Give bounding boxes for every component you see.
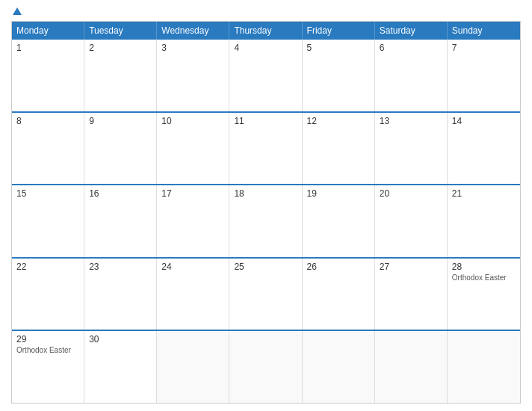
weekday-header-sunday: Sunday <box>448 22 520 40</box>
calendar-cell: 26 <box>303 259 375 330</box>
day-number: 26 <box>307 262 370 272</box>
day-number: 22 <box>16 262 79 272</box>
calendar-cell <box>157 331 229 403</box>
calendar-cell <box>229 331 302 403</box>
calendar-body: 1234567891011121314151617181920212223242… <box>12 40 520 403</box>
weekday-header-friday: Friday <box>303 22 375 40</box>
calendar-cell: 11 <box>229 113 302 185</box>
day-number: 27 <box>380 262 442 272</box>
calendar-cell: 22 <box>12 259 84 330</box>
day-number: 2 <box>89 43 152 53</box>
calendar-week-2: 891011121314 <box>12 111 520 185</box>
calendar-cell: 21 <box>448 185 520 257</box>
weekday-header-saturday: Saturday <box>375 22 448 40</box>
day-number: 15 <box>16 188 79 199</box>
calendar-cell: 2 <box>84 40 157 111</box>
calendar-header: MondayTuesdayWednesdayThursdayFridaySatu… <box>12 22 520 40</box>
event-label: Orthodox Easter <box>16 346 79 354</box>
day-number: 23 <box>89 262 152 272</box>
calendar-cell: 15 <box>12 185 84 257</box>
calendar-cell: 6 <box>375 40 448 111</box>
calendar-cell: 28Orthodox Easter <box>448 259 520 330</box>
logo <box>11 7 22 15</box>
calendar-cell: 23 <box>84 259 157 330</box>
calendar-cell: 14 <box>448 113 520 185</box>
calendar-week-1: 1234567 <box>12 40 520 111</box>
day-number: 12 <box>307 116 370 126</box>
day-number: 19 <box>307 188 370 199</box>
day-number: 17 <box>161 188 224 199</box>
day-number: 6 <box>380 43 442 53</box>
day-number: 11 <box>234 116 297 126</box>
day-number: 1 <box>16 43 79 53</box>
calendar-cell: 30 <box>84 331 157 403</box>
calendar-grid: MondayTuesdayWednesdayThursdayFridaySatu… <box>11 21 521 404</box>
day-number: 4 <box>234 43 297 53</box>
calendar-cell: 13 <box>375 113 448 185</box>
day-number: 13 <box>380 116 442 126</box>
day-number: 18 <box>234 188 297 199</box>
calendar-cell: 19 <box>303 185 375 257</box>
calendar-week-3: 15161718192021 <box>12 184 520 257</box>
day-number: 14 <box>452 116 516 126</box>
day-number: 29 <box>16 334 79 344</box>
calendar-cell: 25 <box>229 259 302 330</box>
day-number: 28 <box>452 262 516 272</box>
day-number: 16 <box>89 188 152 199</box>
day-number: 30 <box>89 334 152 344</box>
calendar-page: MondayTuesdayWednesdayThursdayFridaySatu… <box>0 0 532 411</box>
page-header <box>11 7 521 15</box>
logo-triangle-icon <box>13 7 22 15</box>
calendar-cell: 7 <box>448 40 520 111</box>
day-number: 9 <box>89 116 152 126</box>
day-number: 3 <box>161 43 224 53</box>
calendar-cell <box>375 331 448 403</box>
calendar-cell: 9 <box>84 113 157 185</box>
calendar-cell: 24 <box>157 259 229 330</box>
calendar-cell <box>303 331 375 403</box>
day-number: 10 <box>161 116 224 126</box>
calendar-cell: 17 <box>157 185 229 257</box>
calendar-cell: 8 <box>12 113 84 185</box>
day-number: 20 <box>380 188 442 199</box>
calendar-cell: 1 <box>12 40 84 111</box>
day-number: 21 <box>452 188 516 199</box>
weekday-header-monday: Monday <box>12 22 84 40</box>
day-number: 8 <box>16 116 79 126</box>
calendar-cell: 10 <box>157 113 229 185</box>
calendar-cell: 29Orthodox Easter <box>12 331 84 403</box>
calendar-cell: 16 <box>84 185 157 257</box>
calendar-week-4: 22232425262728Orthodox Easter <box>12 257 520 330</box>
event-label: Orthodox Easter <box>452 274 516 282</box>
weekday-header-thursday: Thursday <box>229 22 302 40</box>
calendar-cell: 12 <box>303 113 375 185</box>
calendar-cell: 27 <box>375 259 448 330</box>
calendar-cell: 5 <box>303 40 375 111</box>
weekday-header-wednesday: Wednesday <box>157 22 229 40</box>
day-number: 25 <box>234 262 297 272</box>
calendar-cell <box>448 331 520 403</box>
day-number: 24 <box>161 262 224 272</box>
calendar-cell: 18 <box>229 185 302 257</box>
calendar-cell: 3 <box>157 40 229 111</box>
day-number: 7 <box>452 43 516 53</box>
weekday-header-tuesday: Tuesday <box>84 22 157 40</box>
calendar-cell: 4 <box>229 40 302 111</box>
day-number: 5 <box>307 43 370 53</box>
calendar-cell: 20 <box>375 185 448 257</box>
calendar-week-5: 29Orthodox Easter30 <box>12 330 520 403</box>
